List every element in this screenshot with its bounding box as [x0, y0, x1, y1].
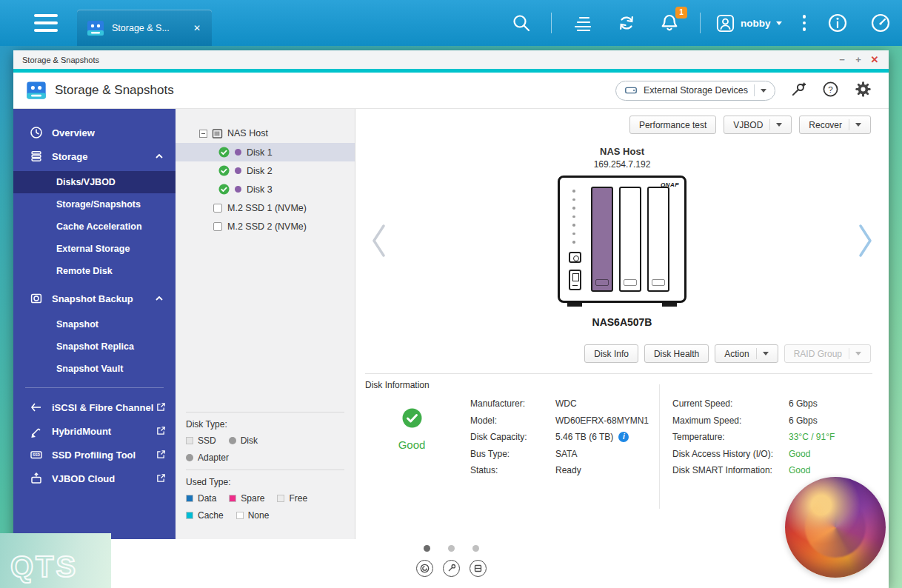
sidebar-item-snapshot-replica[interactable]: Snapshot Replica — [13, 335, 176, 358]
legend-swatch — [186, 512, 193, 519]
disk-shortcut-icon[interactable] — [443, 560, 460, 577]
svg-text:?: ? — [828, 84, 832, 93]
sidebar-item-overview[interactable]: Overview — [13, 121, 176, 144]
overview-icon — [30, 126, 43, 139]
sidebar-item-snapshot[interactable]: Snapshot — [13, 313, 176, 335]
external-link-icon — [156, 402, 166, 412]
sidebar-item-storage-snapshots[interactable]: Storage/Snapshots — [13, 193, 176, 216]
sidebar-label: Snapshot Backup — [52, 293, 133, 304]
notifications-bell-icon[interactable]: 1 — [658, 12, 681, 34]
carousel-right-arrow[interactable] — [856, 221, 875, 263]
tree-node-nas-host[interactable]: NAS Host — [176, 124, 355, 143]
info-icon[interactable] — [826, 12, 849, 34]
drive-bay-1[interactable] — [591, 187, 613, 292]
tree-node-disk-3[interactable]: Disk 3 — [176, 180, 355, 198]
window-titlebar[interactable]: Storage & Snapshots − + ✕ — [13, 50, 889, 69]
fields-divider — [659, 384, 660, 509]
chevron-down-icon — [855, 123, 861, 127]
action-dropdown-button[interactable]: Action — [715, 344, 778, 363]
field-label: Disk Access History (I/O): — [672, 449, 789, 459]
legend-item-ssd: SSD — [186, 435, 216, 446]
sidebar-item-vjbod-cloud[interactable]: VJBOD Cloud — [13, 467, 176, 490]
performance-test-button[interactable]: Performance test — [629, 116, 716, 134]
page-dot-1[interactable] — [424, 545, 430, 552]
sidebar-item-disks-vjbod[interactable]: Disks/VJBOD — [13, 171, 176, 193]
nas-host-ip: 169.254.7.192 — [355, 159, 889, 170]
raid-group-dropdown-button: RAID Group — [784, 344, 871, 363]
troubleshoot-wrench-icon[interactable] — [790, 81, 807, 101]
drive-bay-3[interactable] — [647, 187, 669, 292]
main-menu-button[interactable] — [34, 14, 59, 36]
sidebar-item-ssd-profiling-tool[interactable]: SSD SSD Profiling Tool — [13, 443, 176, 467]
field-value: SATA — [555, 449, 578, 459]
vjbod-dropdown-button[interactable]: VJBOD — [724, 116, 792, 134]
page-dot-2[interactable] — [448, 545, 455, 552]
ssd-tool-icon: SSD — [30, 448, 43, 461]
taskbar-divider — [700, 13, 701, 33]
drive-bay-2[interactable] — [619, 187, 641, 292]
field-label: Status: — [470, 465, 555, 475]
collapse-toggle-icon[interactable] — [199, 130, 207, 138]
app-icon — [25, 79, 47, 101]
led-indicators — [572, 190, 575, 244]
user-icon — [715, 13, 735, 33]
legend-item-adapter: Adapter — [186, 452, 229, 463]
field-value: Good — [789, 465, 810, 475]
page-title: Storage & Snapshots — [55, 83, 174, 98]
volume-shortcut-icon[interactable] — [470, 560, 487, 577]
sidebar-item-remote-disk[interactable]: Remote Disk — [13, 260, 176, 282]
field-label: Temperature: — [672, 432, 789, 442]
sidebar-item-hybridmount[interactable]: HybridMount — [13, 419, 176, 443]
settings-gear-icon[interactable] — [854, 80, 872, 101]
tree-node-m2-ssd-2[interactable]: M.2 SSD 2 (NVMe) — [176, 217, 355, 235]
tree-node-m2-ssd-1[interactable]: M.2 SSD 1 (NVMe) — [176, 198, 355, 217]
device-selector-dropdown[interactable]: External Storage Devices — [615, 81, 775, 101]
legend-swatch — [236, 512, 244, 519]
background-tasks-icon[interactable] — [572, 12, 595, 34]
tree-node-disk-1[interactable]: Disk 1 — [176, 143, 355, 161]
recover-dropdown-button[interactable]: Recover — [799, 116, 871, 134]
capacity-info-icon[interactable]: i — [618, 432, 629, 442]
disk-health-button[interactable]: Disk Health — [644, 344, 709, 363]
legend-swatch — [186, 454, 193, 461]
maximize-button[interactable]: + — [852, 53, 865, 67]
field-value: WDC — [555, 398, 577, 409]
power-button-graphic — [569, 252, 581, 263]
search-icon[interactable] — [511, 13, 532, 33]
sidebar-item-cache-acceleration[interactable]: Cache Acceleration — [13, 216, 176, 238]
legend-swatch — [277, 495, 284, 502]
device-tree-panel: NAS Host Disk 1 Disk 2 Disk 3 M.2 SSD 1 … — [176, 109, 355, 539]
help-icon[interactable]: ? — [822, 81, 839, 101]
tab-close-icon[interactable]: ✕ — [191, 21, 203, 35]
taskbar-tab-storage-snapshots[interactable]: Storage & S... ✕ — [77, 10, 212, 46]
checkbox[interactable] — [213, 204, 222, 213]
tree-node-disk-2[interactable]: Disk 2 — [176, 161, 355, 180]
tree-node-label: M.2 SSD 1 (NVMe) — [227, 203, 307, 213]
minimize-button[interactable]: − — [835, 53, 849, 67]
legend-disk-type-title: Disk Type: — [186, 419, 344, 430]
field-value: Good — [789, 449, 810, 459]
bottom-strip — [13, 539, 889, 588]
sidebar-item-snapshot-vault[interactable]: Snapshot Vault — [13, 358, 176, 380]
checkbox[interactable] — [213, 222, 222, 231]
section-title: Disk Information — [365, 380, 430, 390]
page-dot-3[interactable] — [472, 545, 479, 552]
notification-badge: 1 — [675, 7, 687, 19]
sidebar-group-storage[interactable]: Storage — [13, 144, 176, 168]
sidebar-item-external-storage[interactable]: External Storage — [13, 238, 176, 260]
external-drive-icon — [624, 84, 638, 97]
tree-node-label: Disk 3 — [247, 184, 273, 195]
sync-icon[interactable] — [615, 12, 638, 34]
disk-info-button[interactable]: Disk Info — [584, 344, 638, 363]
pool-shortcut-icon[interactable] — [416, 560, 433, 577]
carousel-left-arrow[interactable] — [369, 221, 388, 263]
sidebar-group-snapshot-backup[interactable]: Snapshot Backup — [13, 287, 176, 310]
user-menu[interactable]: nobby — [715, 13, 782, 33]
close-button[interactable]: ✕ — [868, 53, 881, 67]
resource-monitor-icon[interactable] — [869, 12, 892, 34]
legend-item-free: Free — [277, 493, 307, 504]
more-options-icon[interactable] — [803, 15, 806, 31]
sidebar-item-iscsi-fibre-channel[interactable]: iSCSI & Fibre Channel — [13, 395, 176, 419]
legend-swatch — [186, 495, 193, 502]
chevron-down-icon — [776, 21, 782, 25]
